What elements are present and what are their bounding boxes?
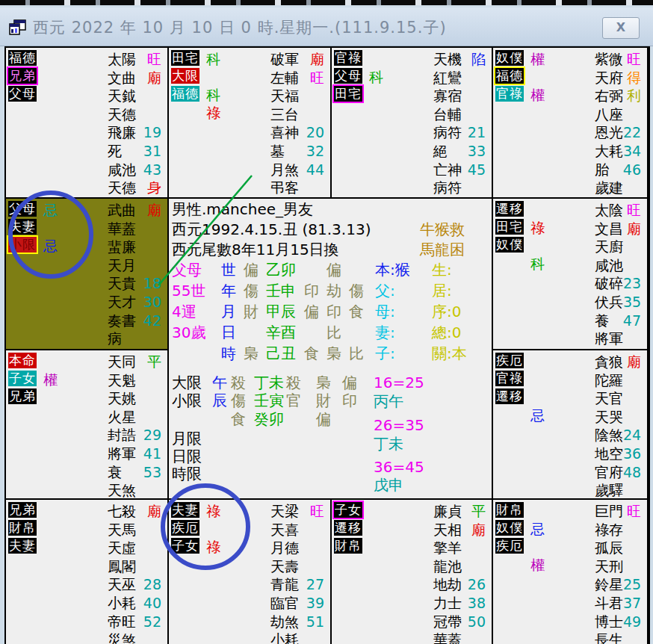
star-row: 擎羊 bbox=[433, 539, 486, 557]
star-value: 41 bbox=[143, 445, 161, 462]
star-name: 天相 bbox=[433, 521, 462, 539]
decade-range-token: 丁未 bbox=[374, 435, 403, 453]
star-row: 鳳閣 bbox=[108, 557, 161, 575]
star-value: 30 bbox=[143, 293, 161, 311]
palace-ji-e[interactable]: 疾厄官祿遷移忌貪狼廟陀羅天官天哭陰煞24地空36官府48歲驛 bbox=[493, 350, 649, 500]
palace-ming[interactable]: 本命子女權兄弟天同平天魁天姚火星封誥29將軍41衰53天煞 bbox=[6, 350, 169, 500]
limit-token: 午 bbox=[212, 374, 227, 392]
palace-guanlu[interactable]: 官祿父母科田宅天機陷紅鸞寡宿台輔病符21絕33亡神45病符 bbox=[332, 48, 493, 199]
star-value: 45 bbox=[468, 161, 486, 179]
star-row: 陰煞24 bbox=[595, 426, 641, 444]
star-row: 文昌廟 bbox=[595, 220, 641, 238]
star-name: 太陰 bbox=[595, 201, 623, 219]
decade-range-token: 36=45 bbox=[374, 458, 424, 477]
palace-badge: 財帛 bbox=[495, 502, 524, 518]
limit-token: 殺 bbox=[231, 374, 246, 392]
star-name: 紫微 bbox=[595, 50, 623, 68]
star-row: 病 bbox=[108, 329, 161, 347]
window-title: 西元 2022 年 10 月 10 日 0 時.星期一.(111.9.15.子) bbox=[33, 17, 447, 38]
palace-badge: 父母 bbox=[8, 201, 37, 217]
center-panel: 男性.manchee_男友西元1992.4.15.丑 (81.3.13)西元尾數… bbox=[169, 199, 493, 500]
star-name: 奏書 bbox=[108, 312, 136, 329]
bazi-token: 日 bbox=[221, 323, 236, 342]
palace-badge: 夫妻 bbox=[171, 502, 199, 518]
palace-badge: 官祿 bbox=[334, 50, 362, 66]
palace-nupu[interactable]: 奴僕權福德官祿權紫微旺天府得右弼利八座恩光22大耗34胎46歲建 bbox=[493, 48, 649, 199]
limit-token: 官 bbox=[286, 391, 301, 410]
star-row: 蜚廉 bbox=[108, 238, 161, 256]
palace-qianyi[interactable]: 遷移田宅祿奴僕科太陰旺文昌廟天廚咸池破碎23伏兵35養47將軍 bbox=[493, 199, 649, 350]
star-row: 天機陷 bbox=[433, 50, 486, 68]
palace-zinv[interactable]: 子女遷移財帛廉貞平天相廟擎羊龍池地劫26力士38冠帶50華蓋 bbox=[332, 500, 493, 644]
star-row: 歲驛 bbox=[595, 481, 641, 499]
bazi-token: 生: bbox=[432, 261, 452, 279]
palace-fuqi[interactable]: 夫妻祿疾厄子女祿天梁旺天喜月德天壽青龍27臨官39劫煞51小耗 bbox=[169, 500, 332, 644]
titlebar[interactable]: 西元 2022 年 10 月 10 日 0 時.星期一.(111.9.15.子)… bbox=[0, 7, 653, 46]
star-row: 文曲廟 bbox=[108, 69, 161, 87]
star-name: 臨官 bbox=[270, 594, 299, 612]
star-name: 貪狼 bbox=[595, 353, 623, 371]
palace-badge: 兄弟 bbox=[8, 68, 37, 84]
palace-badge: 大限 bbox=[171, 68, 199, 84]
star-row: 天貴18 bbox=[108, 274, 161, 292]
bazi-token: 比 bbox=[326, 323, 341, 342]
star-value: 43 bbox=[143, 161, 161, 179]
bazi-token: 乙卯 bbox=[266, 261, 296, 279]
close-button[interactable]: X bbox=[602, 17, 640, 39]
star-row: 飛廉19 bbox=[108, 123, 161, 141]
star-row: 三台 bbox=[270, 105, 324, 123]
limit-token: 傷 bbox=[231, 391, 246, 410]
star-row: 天煞 bbox=[108, 481, 161, 499]
star-name: 天府 bbox=[595, 69, 623, 87]
star-value: 平 bbox=[471, 502, 486, 520]
bazi-token: 壬申 bbox=[266, 282, 296, 300]
palace-caibo[interactable]: 財帛奴僕忌疾厄權巨門旺祿存孤辰天刑鈴星25斗君37博士49長生 bbox=[493, 500, 649, 644]
palace-badge: 遷移 bbox=[495, 201, 524, 217]
palace-fumu[interactable]: 父母忌夫妻小限忌武曲廟華蓋蜚廉天月天貴18天才30奏書42病 bbox=[6, 199, 169, 350]
limit-token: 癸卯 bbox=[254, 410, 284, 429]
palace-fude[interactable]: 福德兄弟父母太陽旺文曲廟天鉞天德飛廉19死31咸池43天德身 bbox=[6, 48, 169, 199]
bazi-token: 印 bbox=[326, 303, 341, 321]
star-row: 天虛 bbox=[108, 539, 161, 557]
star-value: 旺 bbox=[627, 502, 641, 520]
star-row: 死31 bbox=[108, 142, 161, 160]
star-name: 冠帶 bbox=[433, 613, 462, 631]
limit-token: 財 bbox=[316, 391, 331, 410]
palace-xiongdi[interactable]: 兄弟財帛夫妻七殺廟天馬天虛鳳閣天巫28小耗40帝旺52災煞 bbox=[6, 500, 169, 644]
star-value: 利 bbox=[627, 87, 641, 105]
star-name: 伏兵 bbox=[595, 293, 623, 311]
star-row: 帝旺52 bbox=[108, 613, 161, 631]
star-name: 天德 bbox=[108, 179, 136, 196]
bazi-token: 母: bbox=[375, 303, 395, 321]
star-value: 32 bbox=[306, 142, 324, 160]
transform-mark: 祿 bbox=[206, 503, 220, 519]
star-name: 火星 bbox=[108, 408, 136, 426]
star-name: 地劫 bbox=[433, 575, 462, 593]
star-name: 飛廉 bbox=[108, 123, 136, 141]
limit-token: 偏 bbox=[316, 410, 331, 429]
bazi-token: 居: bbox=[432, 282, 452, 300]
star-row: 右弼利 bbox=[595, 87, 641, 105]
star-name: 寡宿 bbox=[433, 87, 462, 105]
star-name: 亡神 bbox=[433, 161, 462, 179]
star-value: 平 bbox=[147, 353, 161, 371]
star-row: 將軍 bbox=[595, 329, 641, 347]
star-name: 天姚 bbox=[108, 389, 136, 407]
star-name: 胎 bbox=[595, 161, 609, 179]
star-row: 天相廟 bbox=[433, 521, 486, 539]
star-name: 大耗 bbox=[595, 142, 623, 160]
star-value: 廟 bbox=[471, 521, 486, 539]
bazi-token: 食 bbox=[304, 344, 319, 363]
star-row: 火星 bbox=[108, 408, 161, 426]
star-row: 紅鸞 bbox=[433, 69, 486, 87]
bazi-token: 4運 bbox=[172, 303, 196, 321]
palace-tianzhai[interactable]: 田宅科大限福德科祿破軍廟左輔旺天福三台喜神20墓32月煞44弔客 bbox=[169, 48, 332, 199]
star-name: 華蓋 bbox=[433, 631, 462, 644]
star-value: 23 bbox=[623, 274, 641, 292]
star-row: 月煞44 bbox=[270, 161, 324, 179]
star-row: 武曲廟 bbox=[108, 201, 161, 219]
star-row: 華蓋 bbox=[433, 631, 486, 644]
palace-badge: 疾厄 bbox=[495, 353, 524, 368]
star-row: 天才30 bbox=[108, 293, 161, 311]
star-name: 破軍 bbox=[270, 50, 299, 68]
